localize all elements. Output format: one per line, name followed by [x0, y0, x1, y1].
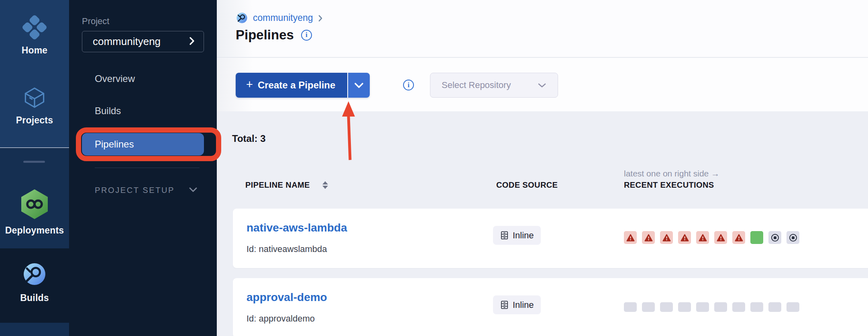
execution-tile-empty[interactable] [678, 302, 691, 312]
execution-tile-empty[interactable] [768, 302, 781, 312]
executions-note: latest one on right side → [624, 169, 719, 178]
project-label: Project [82, 16, 109, 27]
breadcrumb-project-link[interactable]: communityeng [253, 12, 313, 23]
rail-item-deployments[interactable]: Deployments [0, 188, 69, 236]
execution-tile-failed[interactable] [660, 231, 673, 244]
repository-select[interactable]: Select Repository [430, 73, 558, 98]
create-pipeline-button[interactable]: + Create a Pipeline [236, 73, 347, 98]
rail-section-general: Home Projects [0, 0, 69, 148]
rail-section-deploy: Deployments [0, 148, 69, 248]
execution-tile-empty[interactable] [660, 302, 673, 312]
app-root: Home Projects [0, 0, 868, 336]
main-content: communityeng Pipelines i + Create a Pipe… [217, 0, 868, 336]
pipeline-id: Id: nativeawslambda [247, 244, 327, 254]
code-source-badge: Inline [493, 226, 541, 245]
chevron-right-icon [318, 14, 323, 22]
sidebar-item-builds[interactable]: Builds [82, 100, 204, 122]
total-count: Total: 3 [232, 133, 266, 144]
project-selector-value: communityeng [93, 35, 189, 48]
rail-item-label: Builds [20, 293, 49, 303]
page-title: Pipelines [236, 27, 294, 43]
execution-tile-failed[interactable] [624, 231, 637, 244]
pipeline-name-link[interactable]: native-aws-lambda [247, 221, 347, 234]
execution-tile-failed[interactable] [732, 231, 745, 244]
rail-section-bottom [0, 323, 69, 336]
column-header-recent-executions: RECENT EXECUTIONS [624, 180, 714, 190]
project-setup-toggle[interactable]: PROJECT SETUP [95, 186, 198, 195]
execution-tile-empty[interactable] [786, 302, 799, 312]
sidebar-divider [95, 168, 200, 168]
pipeline-row: approval-demo Id: approvaldemo Inline [233, 278, 868, 336]
home-icon [22, 14, 47, 42]
rail-section-builds-active: Builds [0, 248, 69, 323]
execution-tile-empty[interactable] [732, 302, 745, 312]
execution-tile-failed[interactable] [678, 231, 691, 244]
sidebar-item-pipelines[interactable]: Pipelines [82, 133, 204, 156]
project-selector[interactable]: communityeng [82, 31, 204, 52]
execution-tile-empty[interactable] [642, 302, 655, 312]
recent-executions [624, 231, 799, 244]
execution-tile-failed[interactable] [642, 231, 655, 244]
inline-store-icon [500, 300, 509, 309]
rail-item-label: Deployments [5, 225, 64, 236]
builds-icon [22, 261, 47, 289]
sort-icon[interactable] [322, 181, 328, 189]
chevron-right-icon [189, 37, 195, 47]
code-source-badge: Inline [493, 295, 541, 314]
pipeline-list-section: Total: 3 latest one on right side → PIPE… [217, 111, 868, 336]
execution-tile-empty[interactable] [624, 302, 637, 312]
rail-item-home[interactable]: Home [0, 14, 69, 56]
breadcrumb: communityeng [236, 12, 323, 24]
column-header-code-source: CODE SOURCE [496, 180, 558, 190]
code-source-label: Inline [513, 230, 534, 241]
create-pipeline-split-button: + Create a Pipeline [236, 73, 370, 98]
execution-tile-failed[interactable] [696, 231, 709, 244]
execution-tile-aborted[interactable] [786, 231, 799, 244]
execution-tile-empty[interactable] [714, 302, 727, 312]
chevron-down-icon [354, 82, 364, 88]
toolbar: + Create a Pipeline i Select Repository [217, 58, 868, 111]
deployments-icon [19, 188, 50, 222]
create-info-icon[interactable]: i [403, 80, 414, 90]
execution-tile-aborted[interactable] [768, 231, 781, 244]
recent-executions [624, 301, 799, 313]
rail-separator-dash [23, 161, 45, 163]
page-header: communityeng Pipelines i [217, 0, 868, 57]
rail-item-label: Home [22, 45, 48, 56]
create-pipeline-label: Create a Pipeline [258, 80, 335, 91]
chevron-down-icon [189, 187, 198, 194]
execution-tile-empty[interactable] [696, 302, 709, 312]
rail-item-builds[interactable]: Builds [0, 261, 69, 303]
plus-icon: + [246, 78, 253, 91]
chevron-down-icon [538, 83, 546, 88]
inline-store-icon [500, 231, 509, 240]
ci-module-icon [236, 12, 248, 24]
pipeline-row: native-aws-lambda Id: nativeawslambda In… [233, 209, 868, 268]
projects-icon [23, 86, 46, 111]
pipeline-name-link[interactable]: approval-demo [247, 291, 327, 304]
project-sidebar: Project communityeng Overview Builds Pip… [69, 0, 217, 336]
column-header-pipeline-name: PIPELINE NAME [245, 180, 310, 190]
execution-tile-empty[interactable] [750, 302, 763, 312]
execution-tile-failed[interactable] [714, 231, 727, 244]
rail-item-projects[interactable]: Projects [0, 86, 69, 126]
create-pipeline-caret-button[interactable] [348, 73, 370, 98]
pipeline-id: Id: approvaldemo [247, 313, 315, 324]
module-rail: Home Projects [0, 0, 69, 336]
repository-select-value: Select Repository [442, 80, 538, 90]
rail-item-label: Projects [16, 115, 53, 126]
project-setup-label: PROJECT SETUP [95, 186, 175, 195]
execution-tile-success[interactable] [750, 231, 763, 244]
sidebar-item-overview[interactable]: Overview [82, 68, 204, 90]
title-info-icon[interactable]: i [301, 30, 312, 41]
code-source-label: Inline [513, 300, 534, 310]
